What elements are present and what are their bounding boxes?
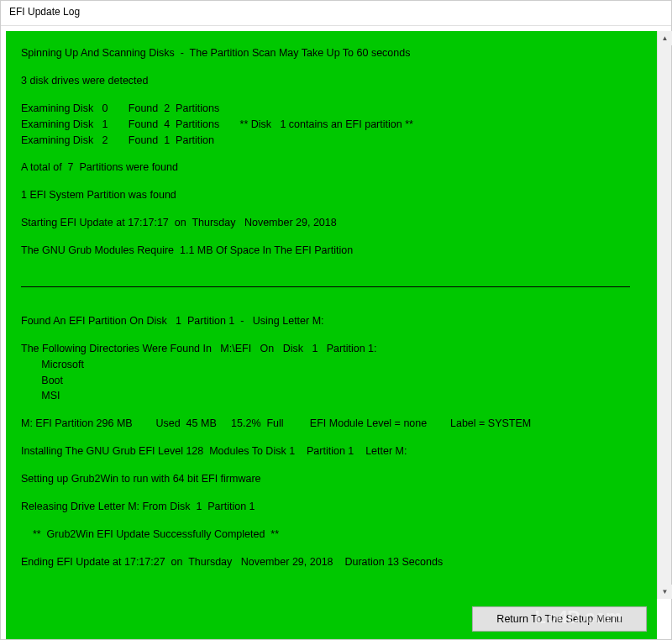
blank-line xyxy=(21,260,648,271)
blank-line xyxy=(21,516,648,527)
scroll-up-arrow[interactable]: ▲ xyxy=(658,31,672,45)
window-frame: EFI Update Log Spinning Up And Scanning … xyxy=(0,0,672,640)
log-line: Installing The GNU Grub EFI Level 128 Mo… xyxy=(21,444,648,459)
blank-line xyxy=(21,149,648,160)
log-line: The Following Directories Were Found In … xyxy=(21,342,648,356)
log-line: Examining Disk 1 Found 4 Partitions ** D… xyxy=(21,118,648,132)
log-line: Found An EFI Partition On Disk 1 Partiti… xyxy=(21,314,648,328)
vertical-scrollbar[interactable]: ▲ ▼ xyxy=(657,31,671,599)
blank-line xyxy=(21,204,648,216)
window-title: EFI Update Log xyxy=(9,6,80,18)
log-line: Ending EFI Update at 17:17:27 on Thursda… xyxy=(21,555,648,569)
log-line: 1 EFI System Partition was found xyxy=(21,188,648,202)
blank-line xyxy=(21,90,648,102)
log-line: The GNU Grub Modules Require 1.1 MB Of S… xyxy=(21,244,648,258)
divider xyxy=(21,286,630,287)
log-line: Spinning Up And Scanning Disks - The Par… xyxy=(21,46,648,60)
log-output: Spinning Up And Scanning Disks - The Par… xyxy=(6,31,657,599)
log-line: Microsoft xyxy=(21,358,648,372)
log-line: Setting up Grub2Win to run with 64 bit E… xyxy=(21,472,648,486)
titlebar: EFI Update Log xyxy=(1,1,671,26)
log-line: ** Grub2Win EFI Update Successfully Comp… xyxy=(21,527,648,542)
content-area: Spinning Up And Scanning Disks - The Par… xyxy=(1,26,671,599)
blank-line xyxy=(21,433,648,444)
log-line: Examining Disk 2 Found 1 Partition xyxy=(21,134,648,148)
bottom-bar: Return To The Setup Menu xyxy=(6,599,657,639)
log-line: Starting EFI Update at 17:17:17 on Thurs… xyxy=(21,216,648,230)
blank-line xyxy=(21,488,648,500)
log-line: Releasing Drive Letter M: From Disk 1 Pa… xyxy=(21,500,648,514)
log-line: MSI xyxy=(21,389,648,403)
blank-line xyxy=(21,543,648,555)
blank-line xyxy=(21,176,648,188)
blank-line xyxy=(21,62,648,74)
log-line: M: EFI Partition 296 MB Used 45 MB 15.2%… xyxy=(21,417,648,431)
log-line: 3 disk drives were detected xyxy=(21,74,648,88)
log-line: A total of 7 Partitions were found xyxy=(21,160,648,175)
blank-line xyxy=(21,405,648,417)
log-line: Examining Disk 0 Found 2 Partitions xyxy=(21,102,648,116)
scroll-down-arrow[interactable]: ▼ xyxy=(658,585,672,599)
blank-line xyxy=(21,460,648,472)
return-button[interactable]: Return To The Setup Menu xyxy=(472,606,647,632)
log-line: Boot xyxy=(21,374,648,388)
blank-line xyxy=(21,330,648,342)
blank-line xyxy=(21,232,648,244)
blank-line xyxy=(21,302,648,314)
